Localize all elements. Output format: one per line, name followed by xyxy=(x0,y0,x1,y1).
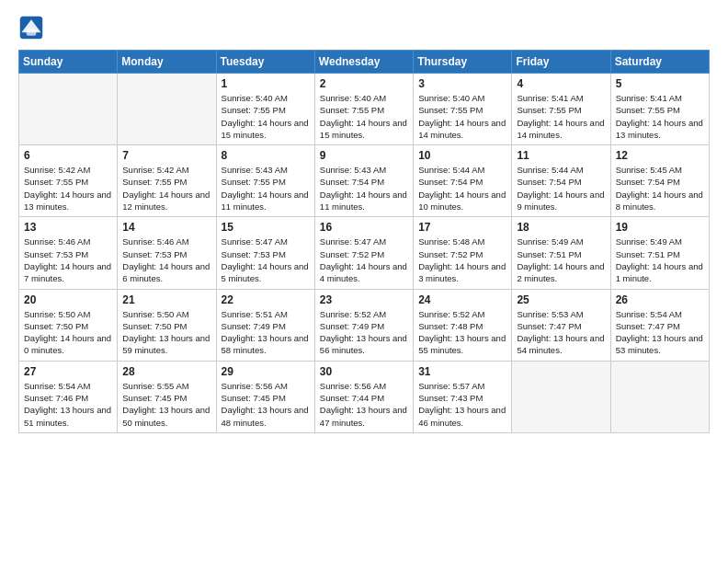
day-number: 14 xyxy=(122,221,210,234)
day-info: Sunrise: 5:41 AM Sunset: 7:55 PM Dayligh… xyxy=(517,92,605,141)
day-number: 20 xyxy=(24,293,112,306)
logo-icon xyxy=(18,15,44,40)
day-number: 29 xyxy=(222,365,310,378)
day-number: 13 xyxy=(24,221,112,234)
day-number: 15 xyxy=(222,221,310,234)
day-number: 31 xyxy=(418,365,506,378)
day-info: Sunrise: 5:41 AM Sunset: 7:55 PM Dayligh… xyxy=(616,92,704,141)
calendar-day-cell: 15Sunrise: 5:47 AM Sunset: 7:53 PM Dayli… xyxy=(216,217,314,289)
calendar-day-cell: 2Sunrise: 5:40 AM Sunset: 7:55 PM Daylig… xyxy=(314,74,413,145)
svg-rect-2 xyxy=(27,29,37,36)
calendar-day-cell xyxy=(118,74,216,145)
calendar-day-cell: 1Sunrise: 5:40 AM Sunset: 7:55 PM Daylig… xyxy=(216,74,314,145)
calendar-day-cell: 27Sunrise: 5:54 AM Sunset: 7:46 PM Dayli… xyxy=(19,361,118,432)
day-info: Sunrise: 5:51 AM Sunset: 7:49 PM Dayligh… xyxy=(222,308,310,357)
day-info: Sunrise: 5:47 AM Sunset: 7:52 PM Dayligh… xyxy=(320,236,408,284)
day-number: 8 xyxy=(222,149,310,162)
day-info: Sunrise: 5:49 AM Sunset: 7:51 PM Dayligh… xyxy=(517,236,605,284)
calendar-day-cell: 20Sunrise: 5:50 AM Sunset: 7:50 PM Dayli… xyxy=(19,289,118,361)
calendar-week-row: 13Sunrise: 5:46 AM Sunset: 7:53 PM Dayli… xyxy=(19,217,710,289)
day-info: Sunrise: 5:54 AM Sunset: 7:47 PM Dayligh… xyxy=(616,308,704,357)
calendar-day-cell: 28Sunrise: 5:55 AM Sunset: 7:45 PM Dayli… xyxy=(118,361,216,432)
day-number: 27 xyxy=(24,365,112,378)
day-info: Sunrise: 5:53 AM Sunset: 7:47 PM Dayligh… xyxy=(517,308,605,357)
day-number: 5 xyxy=(616,77,704,90)
day-info: Sunrise: 5:48 AM Sunset: 7:52 PM Dayligh… xyxy=(418,236,506,284)
day-info: Sunrise: 5:40 AM Sunset: 7:55 PM Dayligh… xyxy=(320,92,408,141)
calendar-day-cell: 10Sunrise: 5:44 AM Sunset: 7:54 PM Dayli… xyxy=(414,145,512,217)
calendar-header-row: SundayMondayTuesdayWednesdayThursdayFrid… xyxy=(19,51,710,74)
day-info: Sunrise: 5:43 AM Sunset: 7:55 PM Dayligh… xyxy=(222,164,310,213)
day-info: Sunrise: 5:49 AM Sunset: 7:51 PM Dayligh… xyxy=(616,236,704,284)
day-info: Sunrise: 5:52 AM Sunset: 7:49 PM Dayligh… xyxy=(320,308,408,357)
weekday-header: Wednesday xyxy=(314,51,413,74)
day-info: Sunrise: 5:46 AM Sunset: 7:53 PM Dayligh… xyxy=(24,236,112,284)
day-number: 10 xyxy=(418,149,506,162)
calendar-week-row: 27Sunrise: 5:54 AM Sunset: 7:46 PM Dayli… xyxy=(19,361,710,432)
day-info: Sunrise: 5:45 AM Sunset: 7:54 PM Dayligh… xyxy=(616,164,704,213)
day-info: Sunrise: 5:55 AM Sunset: 7:45 PM Dayligh… xyxy=(122,380,210,429)
calendar-day-cell: 22Sunrise: 5:51 AM Sunset: 7:49 PM Dayli… xyxy=(216,289,314,361)
calendar-week-row: 20Sunrise: 5:50 AM Sunset: 7:50 PM Dayli… xyxy=(19,289,710,361)
day-number: 1 xyxy=(222,77,310,90)
calendar-day-cell: 13Sunrise: 5:46 AM Sunset: 7:53 PM Dayli… xyxy=(19,217,118,289)
weekday-header: Friday xyxy=(512,51,610,74)
day-info: Sunrise: 5:40 AM Sunset: 7:55 PM Dayligh… xyxy=(222,92,310,141)
header xyxy=(18,15,710,40)
calendar-day-cell: 11Sunrise: 5:44 AM Sunset: 7:54 PM Dayli… xyxy=(512,145,610,217)
day-number: 24 xyxy=(418,293,506,306)
day-info: Sunrise: 5:50 AM Sunset: 7:50 PM Dayligh… xyxy=(24,308,112,357)
day-number: 22 xyxy=(222,293,310,306)
day-info: Sunrise: 5:57 AM Sunset: 7:43 PM Dayligh… xyxy=(418,380,506,429)
calendar: SundayMondayTuesdayWednesdayThursdayFrid… xyxy=(18,50,710,433)
day-number: 25 xyxy=(517,293,605,306)
calendar-week-row: 1Sunrise: 5:40 AM Sunset: 7:55 PM Daylig… xyxy=(19,74,710,145)
day-info: Sunrise: 5:56 AM Sunset: 7:45 PM Dayligh… xyxy=(222,380,310,429)
day-number: 9 xyxy=(320,149,408,162)
calendar-day-cell: 12Sunrise: 5:45 AM Sunset: 7:54 PM Dayli… xyxy=(610,145,709,217)
day-number: 12 xyxy=(616,149,704,162)
day-info: Sunrise: 5:46 AM Sunset: 7:53 PM Dayligh… xyxy=(122,236,210,284)
calendar-day-cell: 24Sunrise: 5:52 AM Sunset: 7:48 PM Dayli… xyxy=(414,289,512,361)
day-info: Sunrise: 5:52 AM Sunset: 7:48 PM Dayligh… xyxy=(418,308,506,357)
day-info: Sunrise: 5:42 AM Sunset: 7:55 PM Dayligh… xyxy=(122,164,210,213)
calendar-day-cell: 30Sunrise: 5:56 AM Sunset: 7:44 PM Dayli… xyxy=(314,361,413,432)
calendar-day-cell: 5Sunrise: 5:41 AM Sunset: 7:55 PM Daylig… xyxy=(610,74,709,145)
day-info: Sunrise: 5:56 AM Sunset: 7:44 PM Dayligh… xyxy=(320,380,408,429)
calendar-day-cell: 3Sunrise: 5:40 AM Sunset: 7:55 PM Daylig… xyxy=(414,74,512,145)
weekday-header: Sunday xyxy=(19,51,118,74)
weekday-header: Saturday xyxy=(610,51,709,74)
calendar-day-cell: 26Sunrise: 5:54 AM Sunset: 7:47 PM Dayli… xyxy=(610,289,709,361)
day-number: 4 xyxy=(517,77,605,90)
day-info: Sunrise: 5:47 AM Sunset: 7:53 PM Dayligh… xyxy=(222,236,310,284)
calendar-day-cell xyxy=(19,74,118,145)
calendar-day-cell: 23Sunrise: 5:52 AM Sunset: 7:49 PM Dayli… xyxy=(314,289,413,361)
day-number: 18 xyxy=(517,221,605,234)
day-number: 26 xyxy=(616,293,704,306)
calendar-day-cell: 4Sunrise: 5:41 AM Sunset: 7:55 PM Daylig… xyxy=(512,74,610,145)
day-number: 11 xyxy=(517,149,605,162)
day-number: 6 xyxy=(24,149,112,162)
calendar-day-cell: 21Sunrise: 5:50 AM Sunset: 7:50 PM Dayli… xyxy=(118,289,216,361)
day-number: 21 xyxy=(122,293,210,306)
day-number: 19 xyxy=(616,221,704,234)
calendar-day-cell xyxy=(512,361,610,432)
day-number: 7 xyxy=(122,149,210,162)
day-info: Sunrise: 5:44 AM Sunset: 7:54 PM Dayligh… xyxy=(418,164,506,213)
calendar-body: 1Sunrise: 5:40 AM Sunset: 7:55 PM Daylig… xyxy=(19,74,710,433)
day-number: 16 xyxy=(320,221,408,234)
calendar-day-cell: 8Sunrise: 5:43 AM Sunset: 7:55 PM Daylig… xyxy=(216,145,314,217)
calendar-day-cell: 31Sunrise: 5:57 AM Sunset: 7:43 PM Dayli… xyxy=(414,361,512,432)
day-number: 30 xyxy=(320,365,408,378)
calendar-week-row: 6Sunrise: 5:42 AM Sunset: 7:55 PM Daylig… xyxy=(19,145,710,217)
calendar-day-cell: 25Sunrise: 5:53 AM Sunset: 7:47 PM Dayli… xyxy=(512,289,610,361)
calendar-day-cell: 29Sunrise: 5:56 AM Sunset: 7:45 PM Dayli… xyxy=(216,361,314,432)
calendar-day-cell: 7Sunrise: 5:42 AM Sunset: 7:55 PM Daylig… xyxy=(118,145,216,217)
day-info: Sunrise: 5:42 AM Sunset: 7:55 PM Dayligh… xyxy=(24,164,112,213)
day-info: Sunrise: 5:43 AM Sunset: 7:54 PM Dayligh… xyxy=(320,164,408,213)
calendar-day-cell: 9Sunrise: 5:43 AM Sunset: 7:54 PM Daylig… xyxy=(314,145,413,217)
calendar-day-cell: 14Sunrise: 5:46 AM Sunset: 7:53 PM Dayli… xyxy=(118,217,216,289)
day-number: 17 xyxy=(418,221,506,234)
calendar-day-cell: 6Sunrise: 5:42 AM Sunset: 7:55 PM Daylig… xyxy=(19,145,118,217)
day-info: Sunrise: 5:54 AM Sunset: 7:46 PM Dayligh… xyxy=(24,380,112,429)
